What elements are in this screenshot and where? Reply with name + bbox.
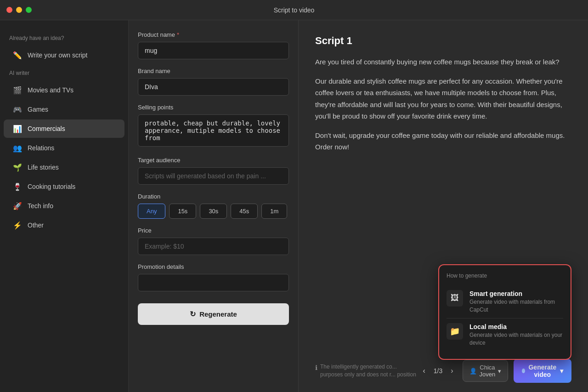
movies-icon: 🎬	[13, 85, 22, 95]
window-title: Script to video	[274, 6, 315, 14]
generate-chevron-icon: ▾	[560, 367, 563, 375]
relations-icon: 👥	[13, 143, 22, 153]
script-paragraph-3: Don't wait, upgrade your coffee game tod…	[315, 130, 571, 153]
write-own-script-label: Write your own script	[28, 51, 87, 59]
generate-video-label: Generate video	[528, 364, 557, 378]
avatar-button[interactable]: 👤 Chica Joven ▾	[463, 360, 509, 382]
tech-label: Tech info	[28, 202, 53, 210]
duration-15s[interactable]: 15s	[169, 204, 196, 219]
generate-video-button[interactable]: Generate video ▾	[514, 359, 571, 383]
price-input[interactable]	[138, 238, 289, 255]
script-title: Script 1	[315, 35, 571, 47]
script-paragraph-1: Are you tired of constantly buying new c…	[315, 56, 571, 68]
commercials-label: Commercials	[28, 125, 65, 132]
disclaimer: ℹ The intelligently generated co... purp…	[315, 363, 419, 379]
selling-points-label: Selling points	[138, 104, 289, 111]
product-name-input[interactable]	[138, 42, 289, 59]
duration-45s[interactable]: 45s	[231, 204, 258, 219]
cooking-label: Cooking tutorials	[28, 183, 75, 190]
promotion-details-input[interactable]	[138, 274, 289, 291]
sidebar-item-other[interactable]: ⚡ Other	[4, 216, 124, 234]
pencil-icon: ✏️	[13, 51, 22, 60]
pagination-prev[interactable]: ‹	[419, 365, 429, 377]
avatar-chevron-icon: ▾	[498, 368, 501, 375]
info-icon: ℹ	[315, 364, 317, 373]
ai-writer-label: AI writer	[0, 66, 128, 80]
sidebar-item-games[interactable]: 🎮 Games	[4, 100, 124, 119]
generate-area: ‹ 1/3 › 👤 Chica Joven ▾ Generate video ▾	[419, 359, 571, 383]
life-stories-icon: 🌱	[13, 163, 22, 172]
regenerate-button[interactable]: ↻ Regenerate	[138, 303, 289, 325]
local-media-title: Local media	[469, 323, 563, 330]
movies-label: Movies and TVs	[28, 86, 74, 94]
local-media-text: Local media Generate video with material…	[469, 323, 563, 347]
script-footer: ℹ The intelligently generated co... purp…	[315, 359, 571, 383]
commercials-icon: 📊	[13, 124, 22, 133]
sidebar-item-movies[interactable]: 🎬 Movies and TVs	[4, 81, 124, 99]
required-star: *	[177, 31, 179, 38]
duration-any[interactable]: Any	[138, 204, 165, 219]
other-label: Other	[28, 222, 44, 229]
script-paragraph-2: Our durable and stylish coffee mugs are …	[315, 75, 571, 122]
local-media-icon: 📁	[447, 323, 463, 340]
smart-generation-title: Smart generation	[469, 290, 563, 297]
regenerate-icon: ↻	[190, 310, 196, 318]
generate-dot-icon	[522, 369, 525, 373]
cooking-icon: 🍷	[13, 182, 22, 191]
smart-generation-text: Smart generation Generate video with mat…	[469, 290, 563, 314]
sidebar-item-cooking[interactable]: 🍷 Cooking tutorials	[4, 177, 124, 196]
target-audience-input[interactable]	[138, 167, 289, 185]
disclaimer-text: The intelligently generated co... purpos…	[320, 363, 419, 379]
duration-row: Any 15s 30s 45s 1m	[138, 204, 289, 219]
sidebar-item-relations[interactable]: 👥 Relations	[4, 139, 124, 157]
selling-points-input[interactable]: protable, cheap but durable, lovely appe…	[138, 114, 289, 147]
avatar-label: Chica Joven	[480, 364, 496, 378]
duration-30s[interactable]: 30s	[200, 204, 227, 219]
app-body: Already have an idea? ✏️ Write your own …	[0, 20, 588, 392]
minimize-dot[interactable]	[16, 7, 22, 13]
other-icon: ⚡	[13, 221, 22, 230]
brand-name-label: Brand name	[138, 68, 289, 74]
smart-generation-desc: Generate video with materials from CapCu…	[469, 298, 563, 314]
sidebar-item-write-own-script[interactable]: ✏️ Write your own script	[4, 46, 124, 64]
middle-panel: Product name * Brand name Selling points…	[129, 20, 299, 392]
right-panel: Script 1 Are you tired of constantly buy…	[299, 20, 588, 392]
local-media-desc: Generate video with materials on your de…	[469, 331, 563, 347]
dropdown-local-media[interactable]: 📁 Local media Generate video with materi…	[447, 318, 563, 352]
product-name-label: Product name *	[138, 31, 289, 38]
pagination-text: 1/3	[434, 367, 442, 375]
dropdown-title: How to generate	[447, 273, 563, 279]
duration-1m[interactable]: 1m	[261, 204, 287, 219]
pagination-next[interactable]: ›	[447, 365, 457, 377]
price-label: Price	[138, 227, 289, 234]
tech-icon: 🚀	[13, 201, 22, 210]
already-have-idea-label: Already have an idea?	[0, 31, 128, 45]
relations-label: Relations	[28, 144, 54, 152]
sidebar-item-tech[interactable]: 🚀 Tech info	[4, 197, 124, 215]
target-audience-label: Target audience	[138, 157, 289, 164]
close-dot[interactable]	[6, 7, 12, 13]
sidebar: Already have an idea? ✏️ Write your own …	[0, 20, 129, 392]
window-controls	[6, 7, 32, 13]
brand-name-input[interactable]	[138, 78, 289, 96]
games-icon: 🎮	[13, 105, 22, 114]
generate-dropdown: How to generate 🖼 Smart generation Gener…	[438, 264, 571, 360]
maximize-dot[interactable]	[26, 7, 32, 13]
pagination: ‹ 1/3 ›	[419, 365, 457, 377]
regenerate-label: Regenerate	[199, 310, 237, 318]
dropdown-smart-generation[interactable]: 🖼 Smart generation Generate video with m…	[447, 285, 563, 318]
games-label: Games	[28, 106, 48, 113]
promotion-details-label: Promotion details	[138, 263, 289, 270]
smart-generation-icon: 🖼	[447, 290, 463, 307]
sidebar-item-commercials[interactable]: 📊 Commercials	[4, 119, 124, 138]
duration-label: Duration	[138, 193, 289, 200]
sidebar-item-life-stories[interactable]: 🌱 Life stories	[4, 158, 124, 176]
titlebar: Script to video	[0, 0, 588, 20]
avatar-icon: 👤	[469, 368, 477, 375]
life-stories-label: Life stories	[28, 164, 59, 171]
